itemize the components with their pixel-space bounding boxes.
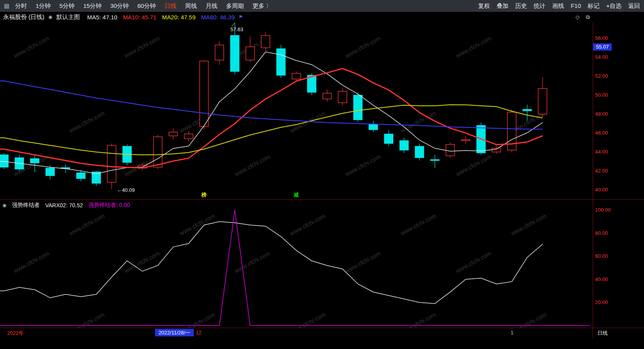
candle[interactable] xyxy=(323,90,331,102)
candle[interactable] xyxy=(538,77,547,117)
indicator-line-VARX02 xyxy=(0,221,543,304)
price-tick: 40.00 xyxy=(595,187,608,193)
ma-label-MA20: MA20: 47.59 xyxy=(162,14,195,21)
indicator-tick: 100.00 xyxy=(595,207,611,213)
action-button-+自选[interactable]: +自选 xyxy=(606,2,622,10)
action-button-F10[interactable]: F10 xyxy=(571,2,581,10)
candle[interactable] xyxy=(169,128,178,140)
price-tick: 54.00 xyxy=(595,54,608,60)
diamond-icon[interactable]: ◇ xyxy=(575,14,580,20)
stock-title: 永福股份 (日线) xyxy=(3,13,44,21)
indicator-style-icon[interactable]: ◉ xyxy=(2,203,6,208)
indicator-canvas[interactable] xyxy=(0,200,593,328)
period-tab-日线[interactable]: 日线 xyxy=(165,2,176,10)
ma-label-MA10: MA10: 45.71 xyxy=(123,14,156,21)
ma-line-MA10 xyxy=(0,69,543,168)
signal-value: 强势终结者: 0.00 xyxy=(88,202,130,209)
candle[interactable] xyxy=(461,136,470,144)
candle[interactable] xyxy=(446,143,455,158)
panel-divider xyxy=(0,199,644,200)
candle[interactable] xyxy=(277,45,285,78)
period-tab-多周期[interactable]: 多周期 xyxy=(226,2,244,10)
action-button-历史[interactable]: 历史 xyxy=(515,2,527,10)
period-tab-30分钟[interactable]: 30分钟 xyxy=(110,2,129,10)
event-marker-减: 减 xyxy=(294,192,299,198)
varx02-value: VARX02: 70.52 xyxy=(45,202,82,208)
axis-vertical-border xyxy=(593,22,593,339)
selected-date-chip[interactable]: 2022/11/28/一 xyxy=(155,329,194,336)
main-style-label[interactable]: 默认主图 xyxy=(56,13,80,21)
event-marker-榜: 榜 xyxy=(201,192,207,198)
candle[interactable] xyxy=(138,162,147,170)
action-button-标记[interactable]: 标记 xyxy=(588,2,599,10)
candle[interactable] xyxy=(400,138,408,153)
ma-legend: MA5: 47.10MA10: 45.71MA20: 47.59MA60: 46… xyxy=(87,14,235,21)
period-tab-1分钟[interactable]: 1分钟 xyxy=(36,2,51,10)
candle[interactable] xyxy=(200,60,208,129)
action-button-复权[interactable]: 复权 xyxy=(478,2,490,10)
action-button-统计[interactable]: 统计 xyxy=(534,2,545,10)
price-tick: 42.00 xyxy=(595,168,608,174)
candle[interactable] xyxy=(338,88,347,106)
app-grid-icon[interactable]: ▦ xyxy=(4,2,9,9)
indicator-tick: 20.00 xyxy=(595,299,608,306)
period-tab-周线[interactable]: 周线 xyxy=(185,2,197,10)
main-chart-canvas[interactable]: 57.63←40.09榜减 xyxy=(0,22,593,200)
candle[interactable] xyxy=(415,143,424,160)
flag-icon: ⚑ xyxy=(239,14,243,20)
action-button-画线[interactable]: 画线 xyxy=(552,2,564,10)
toolbar: ▦ 分时1分钟5分钟15分钟30分钟60分钟日线周线月线多周期更多 〉 复权叠加… xyxy=(0,0,644,12)
price-tick: 50.00 xyxy=(595,92,608,98)
candle[interactable] xyxy=(184,131,193,141)
candle[interactable] xyxy=(215,41,224,65)
candle[interactable] xyxy=(369,121,378,132)
ma-label-MA60: MA60: 46.39 xyxy=(201,14,235,21)
candle[interactable] xyxy=(384,130,393,146)
price-tick: 48.00 xyxy=(595,111,608,117)
month-marker-jan: 1 xyxy=(511,330,513,336)
candle[interactable] xyxy=(507,109,516,152)
action-buttons: 复权叠加历史统计画线F10标记+自选返回 xyxy=(478,2,640,10)
last-price-chip: 55.07 xyxy=(593,43,612,51)
indicator-header: ◉ 强势终结者 VARX02: 70.52 强势终结者: 0.00 xyxy=(2,202,130,209)
candle[interactable] xyxy=(246,36,255,62)
action-button-返回[interactable]: 返回 xyxy=(628,2,640,10)
candle[interactable] xyxy=(30,156,39,172)
year-label: 2022年 xyxy=(7,330,24,337)
period-tab-15分钟[interactable]: 15分钟 xyxy=(83,2,102,10)
time-axis: 2022年 2022/11/28/一 12 1 日线 xyxy=(0,328,644,338)
period-label: 日线 xyxy=(597,330,608,337)
period-tab-月线[interactable]: 月线 xyxy=(206,2,217,10)
indicator-line-强势终结者 xyxy=(0,210,590,326)
price-tick: 52.00 xyxy=(595,73,608,79)
candle[interactable] xyxy=(523,105,532,121)
period-tab-更多 〉[interactable]: 更多 〉 xyxy=(253,2,272,10)
period-tab-分时[interactable]: 分时 xyxy=(15,2,27,10)
candle[interactable] xyxy=(354,92,362,122)
panel-toggle-icon[interactable]: ⧉ xyxy=(586,14,590,21)
high-annotation-arrow xyxy=(232,23,235,26)
ma-line-MA20 xyxy=(0,105,543,155)
ma-line-MA5 xyxy=(0,52,543,174)
period-tab-5分钟[interactable]: 5分钟 xyxy=(60,2,75,10)
period-tab-60分钟[interactable]: 60分钟 xyxy=(137,2,156,10)
candle[interactable] xyxy=(261,32,270,51)
indicator-tick: 60.00 xyxy=(595,253,608,259)
chart-header: 永福股份 (日线) ◉ 默认主图 MA5: 47.10MA10: 45.71MA… xyxy=(0,12,644,22)
candle[interactable] xyxy=(0,153,8,169)
low-annotation: ←40.09 xyxy=(117,187,135,193)
candle[interactable] xyxy=(431,155,439,168)
main-style-icon[interactable]: ◉ xyxy=(48,14,52,20)
price-tick: 56.00 xyxy=(595,35,608,41)
ma-label-MA5: MA5: 47.10 xyxy=(87,14,118,21)
trading-app-window: ▦ 分时1分钟5分钟15分钟30分钟60分钟日线周线月线多周期更多 〉 复权叠加… xyxy=(0,0,644,349)
indicator-tick: 40.00 xyxy=(595,276,608,283)
action-button-叠加[interactable]: 叠加 xyxy=(496,2,508,10)
price-tick: 44.00 xyxy=(595,149,608,155)
indicator-title: 强势终结者 xyxy=(12,202,39,209)
high-annotation: 57.63 xyxy=(230,26,243,32)
header-actions: ◇ ⧉ xyxy=(575,12,590,22)
period-tabs: 分时1分钟5分钟15分钟30分钟60分钟日线周线月线多周期更多 〉 xyxy=(15,2,272,10)
month-marker-dec: 12 xyxy=(196,330,201,336)
indicator-tick: 80.00 xyxy=(595,230,608,236)
